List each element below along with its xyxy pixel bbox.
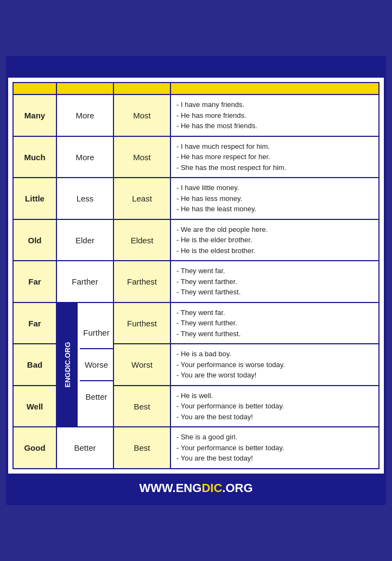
cell-positive: Bad xyxy=(13,344,56,386)
cell-superlative: Least xyxy=(113,178,170,219)
table-row: FarENGDIC.ORGFurtherWorseBetterFurthest-… xyxy=(13,302,379,344)
cell-superlative: Best xyxy=(113,386,170,427)
table-row: FarFartherFarthest- They went far. - The… xyxy=(13,261,379,302)
cell-positive: Little xyxy=(13,178,56,219)
cell-positive: Well xyxy=(13,386,56,427)
cell-superlative: Eldest xyxy=(113,219,170,261)
cell-comparative: ENGDIC.ORGFurtherWorseBetter xyxy=(56,302,113,427)
cell-positive: Far xyxy=(13,261,56,302)
header-comparative xyxy=(56,83,113,94)
table-row: OldElderEldest- We are the old people he… xyxy=(13,219,379,261)
main-card: ManyMoreMost- I have many friends. - He … xyxy=(6,56,386,505)
table-header-row xyxy=(13,83,379,94)
cell-comparative: Better xyxy=(56,427,113,469)
cell-examples: - She is a good girl. - Your performance… xyxy=(170,427,379,469)
cell-superlative: Most xyxy=(113,136,170,178)
table-row: ManyMoreMost- I have many friends. - He … xyxy=(13,94,379,136)
cell-comparative: More xyxy=(56,136,113,178)
cell-positive: Good xyxy=(13,427,56,469)
cell-examples: - I have little money. - He has less mon… xyxy=(170,178,379,219)
header-superlative xyxy=(113,83,170,94)
page-title xyxy=(8,58,384,78)
cell-examples: - I have many friends. - He has more fri… xyxy=(170,94,379,136)
cell-superlative: Furthest xyxy=(113,302,170,344)
footer-highlight: DIC xyxy=(201,481,222,495)
cell-positive: Far xyxy=(13,302,56,344)
footer-suffix: .ORG xyxy=(222,481,252,495)
cell-comparative: More xyxy=(56,94,113,136)
footer: WWW.ENGDIC.ORG xyxy=(8,474,384,503)
cell-examples: - They went far. - They went further. - … xyxy=(170,302,379,344)
cell-positive: Many xyxy=(13,94,56,136)
cell-examples: - He is well. - Your performance is bett… xyxy=(170,386,379,427)
footer-brand: ENG xyxy=(176,481,202,495)
table-wrapper: ManyMoreMost- I have many friends. - He … xyxy=(8,78,384,474)
cell-examples: - We are the old people here. - He is th… xyxy=(170,219,379,261)
cell-comparative: Less xyxy=(56,178,113,219)
table-row: LittleLessLeast- I have little money. - … xyxy=(13,178,379,219)
cell-superlative: Worst xyxy=(113,344,170,386)
cell-superlative: Best xyxy=(113,427,170,469)
footer-prefix: WWW. xyxy=(139,481,175,495)
watermark: ENGDIC.ORG xyxy=(57,303,78,427)
adjectives-table: ManyMoreMost- I have many friends. - He … xyxy=(12,82,380,469)
cell-positive: Old xyxy=(13,219,56,261)
cell-superlative: Farthest xyxy=(113,261,170,302)
cell-comparative: Elder xyxy=(56,219,113,261)
cell-examples: - He is a bad boy. - Your performance is… xyxy=(170,344,379,386)
cell-examples: - They went far. - They went farther. - … xyxy=(170,261,379,302)
header-positive xyxy=(13,83,56,94)
cell-superlative: Most xyxy=(113,94,170,136)
cell-positive: Much xyxy=(13,136,56,178)
table-row: GoodBetterBest- She is a good girl. - Yo… xyxy=(13,427,379,469)
table-row: MuchMoreMost- I have much respect for hi… xyxy=(13,136,379,178)
header-examples xyxy=(170,83,379,94)
cell-comparative: Farther xyxy=(56,261,113,302)
cell-examples: - I have much respect for him. - He has … xyxy=(170,136,379,178)
